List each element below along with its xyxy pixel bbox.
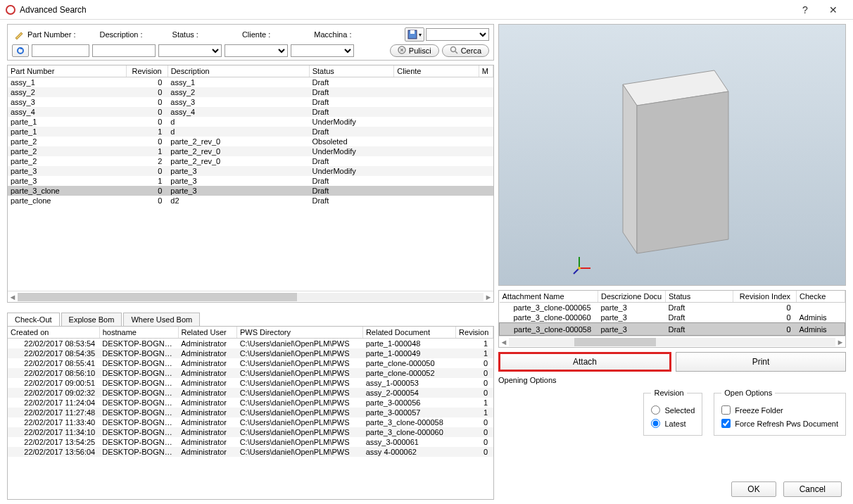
label-cliente: Cliente :: [242, 30, 270, 39]
radio-latest-input[interactable]: [651, 419, 660, 428]
cliente-select[interactable]: [225, 44, 288, 57]
open-options-fieldset: Open Options Freeze Folder Force Refresh…: [714, 389, 846, 436]
refresh-icon[interactable]: [12, 44, 29, 57]
part-number-input[interactable]: [32, 44, 89, 57]
table-row[interactable]: 22/02/2017 11:33:40DESKTOP-BOGNEDVAdmini…: [8, 417, 493, 427]
col-related-doc[interactable]: Related Document: [362, 327, 455, 339]
results-table: Part Number Revision Description Status …: [7, 65, 494, 303]
cerca-button[interactable]: Cerca: [442, 44, 489, 57]
radio-latest[interactable]: Latest: [651, 419, 695, 428]
wand-icon[interactable]: [12, 28, 26, 41]
table-row[interactable]: parte_21parte_2_rev_0UnderModify: [8, 146, 493, 156]
table-row[interactable]: 22/02/2017 09:02:32DESKTOP-BOGNEDVAdmini…: [8, 388, 493, 398]
table-row[interactable]: parte_3_clone0parte_3Draft: [8, 186, 493, 196]
results-hscroll[interactable]: ◄ ►: [8, 291, 493, 302]
col-related-user[interactable]: Related User: [178, 327, 236, 339]
table-row[interactable]: assy_10assy_1Draft: [8, 77, 493, 87]
table-row[interactable]: 22/02/2017 09:00:51DESKTOP-BOGNEDVAdmini…: [8, 378, 493, 388]
scroll-left-icon[interactable]: ◄: [499, 337, 509, 347]
table-row[interactable]: assy_30assy_3Draft: [8, 97, 493, 107]
col-cliente[interactable]: Cliente: [394, 65, 479, 77]
col-attach-name[interactable]: Attachment Name: [500, 291, 598, 303]
close-button[interactable]: ✕: [819, 0, 847, 20]
table-row[interactable]: 22/02/2017 08:56:10DESKTOP-BOGNEDVAdmini…: [8, 368, 493, 378]
pulisci-button[interactable]: Pulisci: [390, 44, 439, 57]
table-row[interactable]: parte_31parte_3Draft: [8, 176, 493, 186]
print-button[interactable]: Print: [676, 352, 846, 372]
tab-checkout[interactable]: Check-Out: [7, 313, 60, 326]
col-m[interactable]: M: [479, 65, 493, 77]
table-row[interactable]: parte_clone0d2Draft: [8, 196, 493, 206]
checkbox-freeze-input[interactable]: [721, 405, 731, 415]
attachments-hscroll[interactable]: ◄ ►: [499, 336, 845, 347]
macchina-select[interactable]: [291, 44, 354, 57]
radio-selected-input[interactable]: [651, 405, 660, 415]
checkout-header[interactable]: Created on hostname Related User PWS Dir…: [8, 327, 493, 339]
col-attach-revindex[interactable]: Revision Index: [733, 291, 797, 303]
results-header[interactable]: Part Number Revision Description Status …: [8, 65, 493, 77]
attachments-table: Attachment Name Descrizione Docu Status …: [498, 290, 846, 348]
col-hostname[interactable]: hostname: [99, 327, 178, 339]
col-checkout-revision[interactable]: Revision: [456, 327, 493, 339]
svg-marker-7: [637, 92, 728, 253]
label-description: Description :: [99, 30, 142, 39]
col-attach-checked[interactable]: Checke: [797, 291, 845, 303]
status-select[interactable]: [158, 44, 222, 57]
search-toolbar: Part Number : Description : Status : Cli…: [7, 24, 494, 61]
svg-marker-6: [623, 84, 637, 253]
table-row[interactable]: 22/02/2017 11:27:48DESKTOP-BOGNEDVAdmini…: [8, 408, 493, 417]
col-part-number[interactable]: Part Number: [8, 65, 127, 77]
search-icon: [450, 46, 458, 56]
cancel-button[interactable]: Cancel: [783, 481, 842, 497]
checkbox-force-refresh[interactable]: Force Refresh Pws Document: [721, 419, 838, 428]
table-row[interactable]: 22/02/2017 11:24:04DESKTOP-BOGNEDVAdmini…: [8, 398, 493, 408]
col-attach-desc[interactable]: Descrizione Docu: [598, 291, 666, 303]
attach-button[interactable]: Attach: [498, 352, 671, 372]
tab-explose-bom[interactable]: Explose Bom: [61, 313, 122, 326]
table-row[interactable]: parte_22parte_2_rev_0Draft: [8, 156, 493, 166]
clear-icon: [398, 46, 406, 56]
table-row[interactable]: parte_30parte_3UnderModify: [8, 166, 493, 176]
table-row[interactable]: 22/02/2017 08:54:35DESKTOP-BOGNEDVAdmini…: [8, 348, 493, 358]
checkbox-force-input[interactable]: [721, 419, 731, 428]
saved-search-select[interactable]: [426, 28, 489, 41]
col-created[interactable]: Created on: [8, 327, 99, 339]
description-input[interactable]: [92, 44, 156, 57]
table-row[interactable]: assy_40assy_4Draft: [8, 107, 493, 117]
checkbox-freeze[interactable]: Freeze Folder: [721, 405, 838, 415]
scroll-right-icon[interactable]: ►: [835, 337, 845, 347]
window-title: Advanced Search: [20, 5, 791, 15]
preview-3d[interactable]: [498, 24, 846, 286]
tab-bar: Check-Out Explose Bom Where Used Bom: [7, 313, 494, 326]
table-row[interactable]: parte_3_clone-000058parte_3Draft0Adminis: [500, 323, 845, 336]
table-row[interactable]: assy_20assy_2Draft: [8, 87, 493, 97]
table-row[interactable]: 22/02/2017 08:55:41DESKTOP-BOGNEDVAdmini…: [8, 358, 493, 368]
col-status[interactable]: Status: [309, 65, 394, 77]
table-row[interactable]: parte_20parte_2_rev_0Obsoleted: [8, 137, 493, 146]
revision-fieldset: Revision Selected Latest: [643, 389, 702, 436]
table-row[interactable]: parte_11dDraft: [8, 127, 493, 137]
table-row[interactable]: 22/02/2017 08:53:54DESKTOP-BOGNEDVAdmini…: [8, 339, 493, 348]
col-attach-status[interactable]: Status: [666, 291, 733, 303]
scroll-right-icon[interactable]: ►: [484, 292, 493, 302]
col-pws-dir[interactable]: PWS Directory: [236, 327, 362, 339]
svg-rect-1: [410, 30, 415, 34]
table-row[interactable]: parte_10dUnderModify: [8, 117, 493, 127]
table-row[interactable]: 22/02/2017 13:54:25DESKTOP-BOGNEDVAdmini…: [8, 437, 493, 447]
table-row[interactable]: parte_3_clone-000060parte_3Draft0Adminis: [500, 313, 845, 323]
ok-button[interactable]: OK: [731, 481, 776, 497]
axis-triad-icon: [572, 254, 593, 275]
table-row[interactable]: parte_3_clone-000065parte_3Draft0: [500, 303, 845, 313]
scroll-left-icon[interactable]: ◄: [8, 292, 18, 302]
table-row[interactable]: 22/02/2017 13:56:04DESKTOP-BOGNEDVAdmini…: [8, 447, 493, 457]
label-macchina: Macchina :: [314, 30, 351, 39]
col-revision[interactable]: Revision: [127, 65, 168, 77]
radio-selected[interactable]: Selected: [651, 405, 695, 415]
open-options-legend: Open Options: [721, 389, 775, 397]
save-icon[interactable]: ▾: [405, 27, 424, 42]
attachments-header[interactable]: Attachment Name Descrizione Docu Status …: [500, 291, 845, 303]
table-row[interactable]: 22/02/2017 11:34:10DESKTOP-BOGNEDVAdmini…: [8, 427, 493, 437]
help-button[interactable]: ?: [791, 0, 819, 20]
col-description[interactable]: Description: [168, 65, 309, 77]
tab-where-used-bom[interactable]: Where Used Bom: [123, 313, 200, 326]
